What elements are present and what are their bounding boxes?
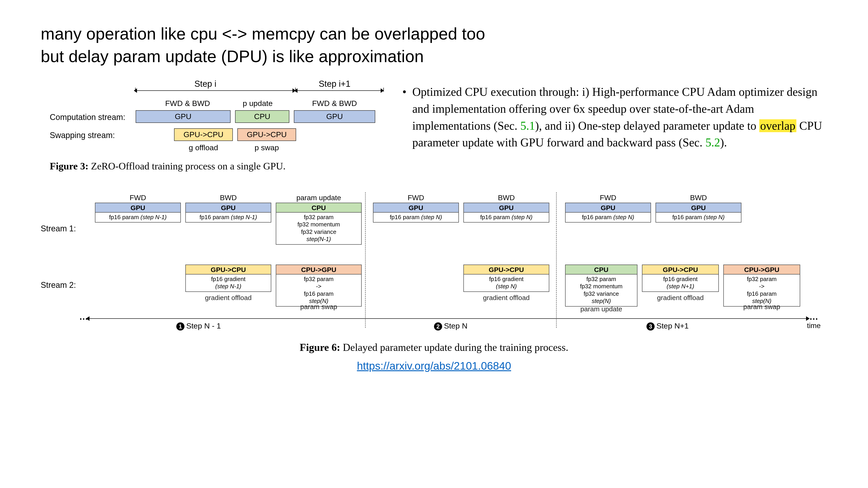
s1-bwd-box-n: GPU fp16 param (step N) — [463, 203, 549, 223]
p-swap-label: p swap — [244, 143, 289, 152]
fwd-label: FWD — [95, 194, 181, 202]
section-ref-5-1: 5.1 — [520, 119, 535, 132]
time-axis-line — [88, 318, 807, 319]
s1-fwd-box-nm1: GPU fp16 param (step N-1) — [95, 203, 181, 223]
fp16-grad-nm1: fp16 gradient(step N-1) — [186, 274, 271, 291]
step-n-label: Step N — [444, 322, 467, 330]
step-nm1-label: Step N - 1 — [186, 322, 221, 330]
fp16-param-nm1: fp16 param (step N-1) — [186, 213, 271, 222]
arrow-left-icon — [294, 88, 298, 93]
gpu-box-2: GPU — [294, 110, 375, 123]
gpu-header: GPU — [373, 203, 458, 213]
p-update-label: p update — [235, 99, 280, 108]
s1-fwd-box-n: GPU fp16 param (step N) — [373, 203, 459, 223]
fwd-bwd-label: FWD & BWD — [158, 99, 217, 108]
dots-right: … — [809, 312, 818, 322]
g-offload-label: g offload — [176, 143, 230, 152]
gradient-offload-label-2: gradient offload — [463, 294, 549, 302]
swapping-stream-label: Swapping stream: — [50, 131, 115, 140]
step-divider-line — [556, 192, 557, 328]
step-i1-label: Step i+1 — [319, 79, 350, 89]
fp16-param-n: fp16 param (step N) — [656, 213, 741, 222]
computation-stream-label: Computation stream: — [50, 112, 125, 122]
cpu-body-nm1: fp32 paramfp32 momentumfp32 variancestep… — [276, 213, 361, 244]
step-i1-span-line — [296, 90, 382, 91]
fp16-param-n: fp16 param (step N) — [464, 213, 549, 222]
gpu-to-cpu-box: GPU->CPU — [174, 128, 233, 141]
step-circle-1-icon: 1 — [176, 322, 184, 330]
s2-gpucpu-box-n: GPU->CPU fp16 gradient(step N) — [463, 265, 549, 292]
stream-2-label: Stream 2: — [41, 281, 76, 290]
step-i-label: Step i — [194, 79, 216, 89]
gpu-header: GPU — [656, 203, 741, 213]
source-link[interactable]: https://arxiv.org/abs/2101.06840 — [41, 360, 827, 372]
param-update-label-2: param update — [565, 305, 638, 313]
s2-cpugpu-box-np1: CPU->GPU fp32 param->fp16 paramstep(N) — [723, 265, 800, 306]
fp16-param-n: fp16 param (step N) — [373, 213, 458, 222]
gpu-header: GPU — [95, 203, 180, 213]
figure-6-caption: Figure 6: Delayed parameter update durin… — [41, 341, 827, 353]
tick-icon — [295, 88, 296, 92]
cpu-header: CPU — [565, 265, 637, 274]
s1-fwd-box-np1: GPU fp16 param (step N) — [565, 203, 651, 223]
bullet-mid: ), and ii) One-step delayed parameter up… — [535, 119, 759, 132]
s2-cpu-box-np1: CPU fp32 paramfp32 momentumfp32 variance… — [565, 265, 638, 306]
tick-icon — [383, 88, 384, 92]
bwd-label: BWD — [185, 194, 271, 202]
figure-6-diagram: Stream 1: Stream 2: FWD BWD param update… — [41, 190, 827, 335]
fwd-label-3: FWD — [565, 194, 651, 202]
figure-3: Step i Step i+1 FWD & BWD p update FWD &… — [41, 84, 375, 172]
step-np1-label: Step N+1 — [656, 322, 689, 330]
cpu-body-n: fp32 paramfp32 momentumfp32 variancestep… — [565, 274, 637, 306]
param-update-label: param update — [276, 194, 362, 202]
gpu-to-cpu-header: GPU->CPU — [186, 265, 271, 274]
param-swap-label-2: param swap — [723, 303, 800, 311]
gpu-to-cpu-header: GPU->CPU — [464, 265, 549, 274]
gpu-to-cpu-header: GPU->CPU — [643, 265, 718, 274]
gpu-to-cpu-box-2: GPU->CPU — [237, 128, 296, 141]
section-ref-5-2: 5.2 — [706, 136, 720, 149]
s2-gpucpu-box-np1: GPU->CPU fp16 gradient(step N+1) — [642, 265, 719, 292]
figure-6: Stream 1: Stream 2: FWD BWD param update… — [41, 190, 827, 372]
title-line-1: many operation like cpu <-> memcpy can b… — [41, 24, 485, 43]
gradient-offload-label: gradient offload — [185, 294, 271, 302]
gpu-header: GPU — [464, 203, 549, 213]
cpu-to-gpu-header: CPU->GPU — [276, 265, 361, 274]
gpu-header: GPU — [565, 203, 651, 213]
upper-row: Step i Step i+1 FWD & BWD p update FWD &… — [41, 84, 827, 172]
figure-6-caption-bold: Figure 6: — [300, 341, 340, 353]
figure-3-diagram: Step i Step i+1 FWD & BWD p update FWD &… — [50, 84, 375, 188]
cpugpu-body-n: fp32 param->fp16 paramstep(N) — [276, 274, 361, 306]
cpu-header: CPU — [276, 203, 361, 213]
step-marker-np1: 3Step N+1 — [647, 322, 689, 330]
fp16-param-n: fp16 param (step N) — [565, 213, 651, 222]
s1-bwd-box-nm1: GPU fp16 param (step N-1) — [185, 203, 271, 223]
cpu-to-gpu-header: CPU->GPU — [724, 265, 800, 274]
gpu-header: GPU — [186, 203, 271, 213]
stream-1-label: Stream 1: — [41, 224, 76, 233]
gradient-offload-label-3: gradient offload — [642, 294, 719, 302]
title-line-2: but delay param update (DPU) is like app… — [41, 47, 424, 66]
bwd-label-2: BWD — [463, 194, 549, 202]
fp16-param-nm1: fp16 param (step N-1) — [95, 213, 180, 222]
bullet-text: Optimized CPU execution through: i) High… — [402, 84, 827, 151]
step-circle-2-icon: 2 — [434, 322, 442, 330]
step-marker-nm1: 1Step N - 1 — [176, 322, 221, 330]
gpu-box: GPU — [135, 110, 230, 123]
fp16-grad-np1: fp16 gradient(step N+1) — [643, 274, 718, 291]
highlighted-overlap: overlap — [759, 119, 796, 132]
step-divider-line — [365, 192, 366, 328]
fwd-bwd-label-2: FWD & BWD — [305, 99, 364, 108]
slide-title: many operation like cpu <-> memcpy can b… — [41, 23, 827, 68]
bullet-post2: ). — [720, 136, 727, 149]
s2-gpucpu-box-nm1: GPU->CPU fp16 gradient(step N-1) — [185, 265, 271, 292]
step-circle-3-icon: 3 — [647, 322, 655, 330]
param-swap-label: param swap — [276, 303, 362, 311]
fwd-label-2: FWD — [373, 194, 459, 202]
cpu-box: CPU — [235, 110, 289, 123]
step-i-span-line — [135, 90, 294, 91]
s2-cpugpu-box-nm1: CPU->GPU fp32 param->fp16 paramstep(N) — [276, 265, 362, 306]
figure-6-caption-text: Delayed parameter update during the trai… — [340, 341, 568, 353]
fp16-grad-n: fp16 gradient(step N) — [464, 274, 549, 291]
tick-icon — [135, 88, 135, 92]
